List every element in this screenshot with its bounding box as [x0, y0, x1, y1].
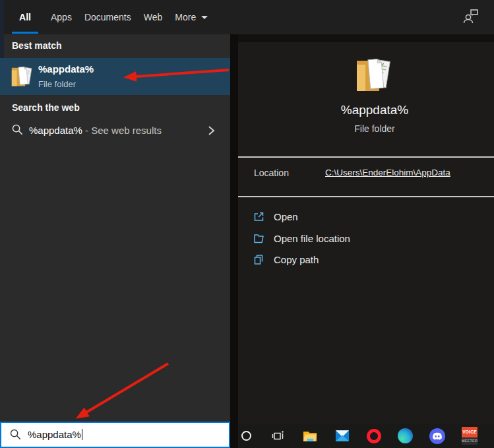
search-web-header: Search the web [12, 102, 80, 113]
edge-icon [398, 428, 413, 443]
task-view-icon [270, 428, 286, 444]
web-result-text: %appdata% - See web results [29, 125, 162, 136]
divider [238, 196, 494, 197]
search-tab-bar: All Apps Documents Web More [0, 0, 494, 34]
tab-web[interactable]: Web [144, 0, 163, 34]
file-explorer-icon [302, 428, 318, 444]
web-result-suffix: - See web results [85, 125, 162, 136]
tab-more-label: More [175, 12, 196, 22]
preview-subtitle: File folder [255, 123, 494, 134]
best-match-header: Best match [12, 40, 61, 51]
folder-outline-icon [253, 232, 265, 245]
preview-title: %appdata% [255, 103, 494, 117]
tab-web-label: Web [144, 12, 163, 22]
divider [238, 156, 494, 158]
folder-documents-icon [11, 64, 34, 89]
mail-icon [334, 428, 350, 444]
voicemeeter-bottom-label: MEETER [462, 437, 478, 445]
tab-list: All Apps Documents Web More [12, 0, 208, 34]
preview-panel: %appdata% File folder Location C:\Users\… [238, 42, 494, 424]
folder-documents-icon [355, 57, 394, 94]
voicemeeter-icon: VOICE MEETER [462, 427, 478, 445]
mail-button[interactable] [334, 427, 350, 445]
action-copy-path-label: Copy path [274, 254, 319, 265]
chevron-down-icon [201, 16, 208, 19]
search-icon [9, 428, 22, 441]
voicemeeter-top-label: VOICE [462, 427, 478, 437]
action-open-file-location-label: Open file location [274, 233, 350, 244]
copy-pages-icon [253, 253, 265, 266]
best-match-title: %appdata% [38, 63, 94, 75]
cortana-icon [241, 431, 251, 441]
search-input[interactable]: %appdata% [0, 422, 230, 448]
tab-apps[interactable]: Apps [51, 0, 72, 34]
search-results-panel: Best match %appdata% File folder Search … [0, 34, 230, 422]
text-cursor [82, 429, 82, 440]
preview-top-strip [238, 34, 494, 42]
discord-button[interactable] [429, 427, 445, 445]
panel-divider-gutter [230, 34, 238, 448]
web-result-query: %appdata% [29, 125, 82, 136]
discord-icon [429, 428, 445, 444]
chevron-right-icon [206, 125, 216, 137]
edge-button[interactable] [398, 427, 413, 445]
action-copy-path[interactable]: Copy path [238, 251, 494, 268]
opera-icon [367, 429, 381, 443]
tab-all[interactable]: All [12, 0, 38, 34]
user-feedback-icon[interactable] [462, 7, 479, 26]
web-search-result[interactable]: %appdata% - See web results [0, 117, 230, 144]
tab-more[interactable]: More [175, 0, 208, 34]
tab-apps-label: Apps [51, 12, 72, 22]
action-open-file-location[interactable]: Open file location [238, 230, 494, 247]
windows-search-flyout: All Apps Documents Web More Best mat [0, 0, 494, 448]
tab-documents[interactable]: Documents [84, 0, 131, 34]
search-icon [11, 123, 24, 136]
flyout-left-edge [0, 0, 4, 58]
location-link[interactable]: C:\Users\EnderElohim\AppData [325, 168, 450, 177]
search-input-value: %appdata% [28, 429, 82, 440]
cortana-button[interactable] [239, 427, 253, 445]
tab-documents-label: Documents [84, 12, 131, 22]
task-view-button[interactable] [270, 427, 286, 445]
best-match-result[interactable]: %appdata% File folder [0, 58, 230, 95]
voicemeeter-button[interactable]: VOICE MEETER [462, 427, 478, 445]
file-explorer-button[interactable] [302, 427, 318, 445]
tab-all-label: All [19, 12, 31, 22]
action-open-label: Open [274, 211, 298, 222]
best-match-subtitle: File folder [38, 79, 76, 89]
open-external-icon [253, 210, 265, 223]
preview-header: %appdata% File folder [238, 42, 494, 134]
location-label: Location [254, 168, 289, 178]
action-open[interactable]: Open [238, 208, 494, 225]
opera-button[interactable] [367, 427, 381, 445]
taskbar: VOICE MEETER [238, 424, 494, 448]
